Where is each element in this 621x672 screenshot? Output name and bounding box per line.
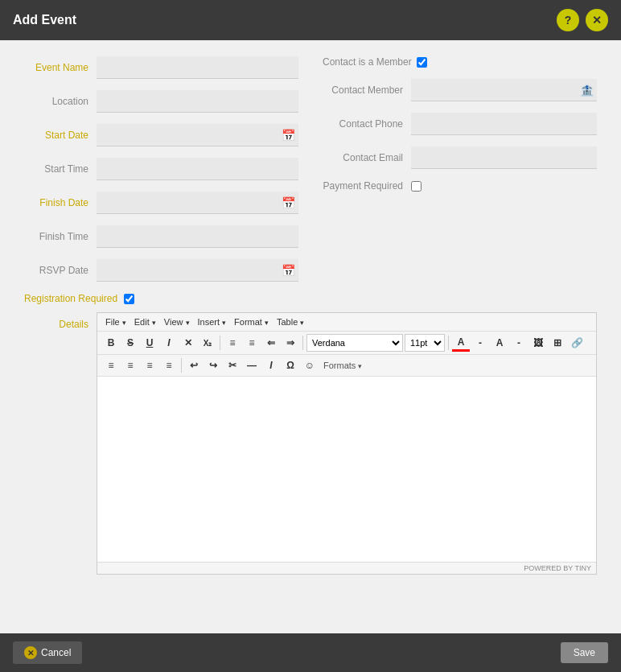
payment-required-checkbox[interactable]	[411, 181, 422, 192]
close-button[interactable]: ✕	[586, 9, 608, 31]
outdent-button[interactable]: ⇐	[262, 334, 280, 352]
align-justify-button[interactable]: ≡	[160, 357, 178, 374]
finish-time-row: Finish Time	[24, 225, 298, 248]
formats-dropdown[interactable]: Formats ▾	[323, 361, 362, 370]
font-color2-button[interactable]: -	[471, 334, 489, 352]
font-color-button[interactable]: A	[452, 334, 470, 352]
bold-button[interactable]: B	[102, 334, 120, 352]
titlebar-buttons: ? ✕	[557, 9, 608, 31]
rsvp-date-label: RSVP Date	[24, 265, 97, 276]
start-time-input[interactable]	[97, 158, 298, 180]
bg-color2-button[interactable]: -	[510, 334, 528, 352]
start-date-row: Start Date 📅	[24, 124, 298, 146]
contact-phone-row: Contact Phone	[323, 113, 597, 135]
align-center-button[interactable]: ≡	[121, 357, 139, 374]
redo-button[interactable]: ↪	[204, 357, 222, 374]
strikethrough-button[interactable]: S	[121, 334, 139, 352]
event-name-row: Event Name	[24, 56, 298, 79]
undo-button[interactable]: ↩	[185, 357, 203, 374]
numbered-list-button[interactable]: ≡	[243, 334, 261, 352]
main-content: Event Name Location Start Date 📅 Start T…	[0, 40, 621, 633]
titlebar: Add Event ? ✕	[0, 0, 621, 40]
help-button[interactable]: ?	[557, 9, 579, 31]
bullet-list-button[interactable]: ≡	[224, 334, 241, 352]
bg-color-button[interactable]: A	[491, 334, 508, 352]
table-button[interactable]: ⊞	[549, 334, 566, 352]
event-name-input[interactable]	[97, 56, 298, 79]
font-size-select[interactable]: 11pt 8pt 12pt 14pt	[405, 334, 445, 352]
separator1	[220, 336, 220, 350]
save-button[interactable]: Save	[561, 642, 608, 663]
start-date-input[interactable]	[97, 124, 298, 146]
contact-member-row: Contact Member 🏦	[323, 79, 597, 101]
details-label: Details	[24, 312, 97, 575]
rich-text-editor: File ▾ Edit ▾ View ▾ Insert ▾ Format ▾ T…	[97, 312, 597, 575]
menu-table[interactable]: Table ▾	[273, 315, 307, 328]
menu-insert[interactable]: Insert ▾	[195, 315, 230, 328]
contact-member-label: Contact Member	[323, 85, 411, 96]
contact-member-input-wrap: 🏦	[411, 79, 597, 101]
cancel-button[interactable]: ✕ Cancel	[13, 641, 82, 664]
registration-required-row: Registration Required	[24, 293, 597, 304]
registration-required-checkbox[interactable]	[124, 294, 134, 304]
editor-body[interactable]	[97, 377, 596, 562]
cancel-label: Cancel	[41, 647, 71, 658]
underline-button[interactable]: U	[141, 334, 158, 352]
start-date-label: Start Date	[24, 130, 97, 141]
emoji-button[interactable]: ☺	[301, 357, 319, 374]
finish-date-row: Finish Date 📅	[24, 192, 298, 214]
menu-file[interactable]: File ▾	[102, 315, 130, 328]
contact-email-row: Contact Email	[323, 146, 597, 169]
finish-time-input[interactable]	[97, 225, 298, 248]
form-left: Event Name Location Start Date 📅 Start T…	[24, 56, 298, 293]
contact-phone-input[interactable]	[411, 113, 597, 135]
start-time-label: Start Time	[24, 163, 97, 175]
menu-edit[interactable]: Edit ▾	[131, 315, 159, 328]
subscript-button[interactable]: X₂	[199, 334, 216, 352]
editor-footer: POWERED BY TINY	[97, 562, 596, 574]
contact-member-db-icon[interactable]: 🏦	[580, 84, 594, 97]
rsvp-date-calendar-icon[interactable]: 📅	[282, 264, 295, 277]
form-grid: Event Name Location Start Date 📅 Start T…	[24, 56, 597, 293]
details-section: Details File ▾ Edit ▾ View ▾ Insert ▾ Fo…	[24, 312, 597, 575]
registration-required-label: Registration Required	[24, 293, 117, 304]
contact-email-input[interactable]	[411, 146, 597, 169]
special-char-button[interactable]: Ω	[282, 357, 299, 374]
image-button[interactable]: 🖼	[529, 334, 547, 352]
contact-member-input[interactable]	[411, 79, 597, 101]
finish-date-input-wrap: 📅	[97, 192, 298, 214]
menu-view[interactable]: View ▾	[161, 315, 193, 328]
start-date-input-wrap: 📅	[97, 124, 298, 146]
contact-email-input-wrap	[411, 146, 597, 169]
hr-button[interactable]: —	[243, 357, 261, 374]
editor-toolbar-row2: ≡ ≡ ≡ ≡ ↩ ↪ ✂ — I Ω ☺ Formats ▾	[97, 355, 596, 377]
align-left-button[interactable]: ≡	[102, 357, 120, 374]
location-label: Location	[24, 96, 97, 107]
page-title: Add Event	[13, 13, 76, 27]
italic2-button[interactable]: I	[262, 357, 280, 374]
cut-button[interactable]: ✂	[224, 357, 241, 374]
location-input[interactable]	[97, 90, 298, 113]
indent-button[interactable]: ⇒	[282, 334, 299, 352]
start-time-row: Start Time	[24, 158, 298, 180]
start-date-calendar-icon[interactable]: 📅	[282, 129, 295, 142]
italic-button[interactable]: I	[160, 334, 178, 352]
rsvp-date-input[interactable]	[97, 259, 298, 282]
contact-phone-label: Contact Phone	[323, 118, 411, 130]
payment-required-label: Payment Required	[323, 180, 411, 192]
align-right-button[interactable]: ≡	[141, 357, 158, 374]
font-family-select[interactable]: Verdana Arial Times New Roman	[306, 334, 403, 352]
finish-time-label: Finish Time	[24, 231, 97, 242]
contact-is-member-checkbox[interactable]	[417, 57, 427, 68]
finish-date-calendar-icon[interactable]: 📅	[282, 196, 295, 209]
bottom-bar: ✕ Cancel Save	[0, 633, 621, 672]
contact-is-member-row: Contact is a Member	[323, 56, 597, 68]
separator2	[302, 336, 303, 350]
menu-format[interactable]: Format ▾	[231, 315, 272, 328]
form-right: Contact is a Member Contact Member 🏦 Con…	[323, 56, 597, 293]
rsvp-date-input-wrap: 📅	[97, 259, 298, 282]
link-button[interactable]: 🔗	[568, 334, 586, 352]
payment-required-row: Payment Required	[323, 180, 597, 192]
superscript-button[interactable]: ✕	[179, 334, 197, 352]
finish-date-input[interactable]	[97, 192, 298, 214]
